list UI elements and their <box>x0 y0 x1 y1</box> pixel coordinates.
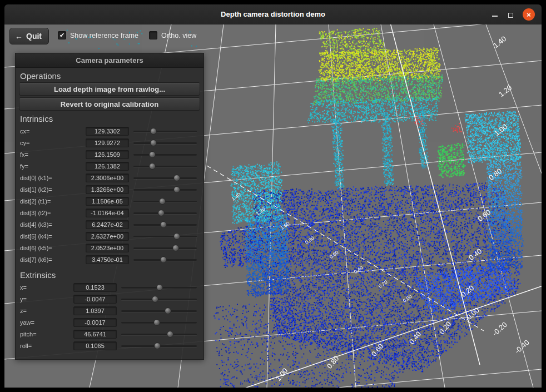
param-slider[interactable] <box>121 307 197 315</box>
param-value-box[interactable]: 0.1523 <box>73 283 117 292</box>
slider-knob[interactable] <box>150 128 157 135</box>
param-label: dist[1] (k2)= <box>20 186 86 193</box>
panel-header[interactable]: Camera parameters <box>16 53 203 68</box>
param-slider[interactable] <box>133 197 197 205</box>
viewport-3d[interactable]: 1.401.201.000.800.600.400.20-0.00-0.20-0… <box>4 24 542 388</box>
slider-knob[interactable] <box>173 175 180 181</box>
param-value-box[interactable]: 2.6327e+00 <box>86 232 129 241</box>
slider-knob[interactable] <box>160 256 167 263</box>
param-label: cx= <box>20 128 86 135</box>
param-label: dist[3] (t2)= <box>20 210 86 216</box>
slider-track <box>133 154 197 156</box>
slider-knob[interactable] <box>172 245 179 251</box>
param-slider[interactable] <box>133 186 197 193</box>
param-slider[interactable] <box>121 330 197 338</box>
param-row: dist[3] (t2)= -1.0164e-04 <box>16 207 203 219</box>
title-bar[interactable]: Depth camera distortion demo × <box>4 4 542 24</box>
param-value-box[interactable]: -0.0017 <box>73 318 117 327</box>
slider-track <box>133 189 197 191</box>
param-slider[interactable] <box>121 295 197 303</box>
param-value-box[interactable]: 126.1509 <box>86 150 129 159</box>
param-slider[interactable] <box>133 127 197 135</box>
close-icon: × <box>527 11 531 18</box>
ortho-view-checkbox[interactable]: Ortho. view <box>149 31 196 39</box>
slider-knob[interactable] <box>149 151 156 158</box>
show-reference-frame-checkbox[interactable]: ✔ Show reference frame <box>58 31 138 39</box>
param-label: dist[4] (k3)= <box>20 221 86 228</box>
param-row: dist[5] (k4)= 2.6327e+00 <box>16 230 203 242</box>
slider-knob[interactable] <box>160 221 167 228</box>
load-depth-image-button[interactable]: Load depth image from rawlog... <box>19 82 200 96</box>
maximize-button[interactable] <box>507 11 514 18</box>
param-slider[interactable] <box>133 244 197 252</box>
param-label: dist[5] (k4)= <box>20 233 86 240</box>
param-row: y= -0.0047 <box>16 293 203 305</box>
slider-knob[interactable] <box>149 163 156 170</box>
slider-knob[interactable] <box>173 233 180 240</box>
maximize-icon <box>508 13 513 18</box>
intrinsics-rows: cx= 129.3302 cy= 129.9272 fx= 126.1509 f… <box>16 125 203 265</box>
param-value-box[interactable]: 1.3266e+00 <box>86 185 129 194</box>
slider-track <box>121 299 197 300</box>
param-slider[interactable] <box>121 342 197 350</box>
param-value-box[interactable]: -1.0164e-04 <box>86 209 129 217</box>
param-label: dist[0] (k1)= <box>20 175 86 181</box>
param-row: z= 1.0397 <box>16 305 203 316</box>
param-slider[interactable] <box>121 319 197 326</box>
param-row: dist[0] (k1)= 2.3006e+00 <box>16 172 203 183</box>
slider-knob[interactable] <box>173 186 180 193</box>
param-label: y= <box>20 296 73 302</box>
param-row: cy= 129.9272 <box>16 137 203 148</box>
param-row: roll= 0.1065 <box>16 340 203 351</box>
quit-icon: ← <box>15 32 23 41</box>
slider-track <box>133 166 197 167</box>
param-value-box[interactable]: 2.3006e+00 <box>86 173 129 182</box>
minimize-button[interactable] <box>492 11 498 18</box>
param-label: yaw= <box>20 319 73 326</box>
param-slider[interactable] <box>133 151 197 158</box>
slider-knob[interactable] <box>167 331 173 338</box>
slider-knob[interactable] <box>165 307 171 314</box>
param-slider[interactable] <box>133 232 197 240</box>
param-slider[interactable] <box>133 139 197 147</box>
slider-track <box>133 177 197 179</box>
param-slider[interactable] <box>133 174 197 182</box>
param-value-box[interactable]: 0.1065 <box>73 341 117 350</box>
param-value-box[interactable]: -0.0047 <box>73 295 117 304</box>
param-value-box[interactable]: 2.0523e+00 <box>86 244 129 252</box>
param-value-box[interactable]: 1.1506e-05 <box>86 197 129 206</box>
param-slider[interactable] <box>133 209 197 217</box>
param-value-box[interactable]: 129.9272 <box>86 138 129 147</box>
window-title: Depth camera distortion demo <box>4 4 542 24</box>
slider-knob[interactable] <box>159 198 166 205</box>
param-slider[interactable] <box>133 256 197 264</box>
param-row: fy= 126.1382 <box>16 160 203 172</box>
param-value-box[interactable]: 3.4750e-01 <box>86 255 129 264</box>
param-label: dist[2] (t1)= <box>20 198 86 205</box>
slider-knob[interactable] <box>150 140 157 146</box>
extrinsics-rows: x= 0.1523 y= -0.0047 z= 1.0397 yaw= -0.0… <box>16 281 203 351</box>
param-value-box[interactable]: 1.0397 <box>73 306 117 315</box>
slider-knob[interactable] <box>158 210 165 216</box>
slider-track <box>133 247 197 249</box>
param-row: pitch= 46.6741 <box>16 328 203 340</box>
close-button[interactable]: × <box>523 8 535 21</box>
extrinsics-heading: Extrinsics <box>20 270 203 280</box>
param-value-box[interactable]: 126.1382 <box>86 162 129 171</box>
param-value-box[interactable]: 129.3302 <box>86 127 129 136</box>
param-value-box[interactable]: 6.2427e-02 <box>86 220 129 229</box>
param-row: yaw= -0.0017 <box>16 316 203 328</box>
slider-knob[interactable] <box>152 296 158 302</box>
param-slider[interactable] <box>133 162 197 170</box>
param-value-box[interactable]: 46.6741 <box>73 330 117 339</box>
slider-knob[interactable] <box>156 284 163 291</box>
param-slider[interactable] <box>133 221 197 229</box>
revert-calibration-button[interactable]: Revert to original calibration <box>19 97 200 111</box>
param-slider[interactable] <box>121 284 197 291</box>
camera-parameters-panel: Camera parameters Operations Load depth … <box>15 53 204 360</box>
slider-knob[interactable] <box>154 343 161 349</box>
slider-knob[interactable] <box>153 319 160 326</box>
x-axis-line <box>234 285 542 388</box>
param-row: x= 0.1523 <box>16 281 203 293</box>
quit-button[interactable]: ← Quit <box>9 28 49 44</box>
